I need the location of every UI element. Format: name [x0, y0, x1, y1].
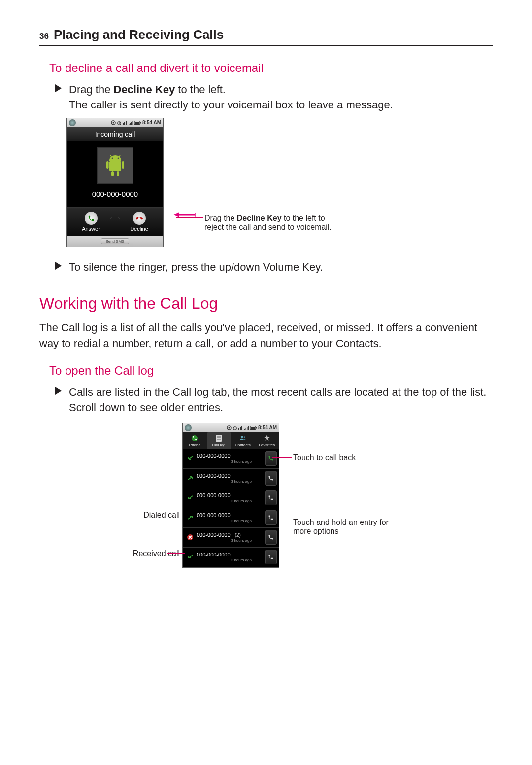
bullet-text-continuation: The caller is sent directly to your voic… — [69, 99, 393, 111]
call-back-button[interactable] — [265, 471, 277, 486]
bullet-triangle-icon — [55, 84, 62, 92]
android-icon — [104, 153, 126, 178]
phone-icon — [268, 554, 274, 560]
svg-rect-11 — [135, 122, 139, 124]
callout-text: reject the call and send to voicemail. — [204, 223, 332, 231]
log-number: 000-000-0000 — [197, 552, 231, 557]
log-number: 000-000-0000 — [197, 473, 231, 479]
tab-contacts[interactable]: Contacts — [231, 432, 255, 449]
battery-icon — [250, 425, 257, 430]
log-number: 000-000-0000 — [197, 532, 231, 538]
caller-avatar — [97, 147, 133, 184]
bullet-text-part2: to the left. — [175, 83, 226, 96]
incoming-call-banner: Incoming call — [67, 127, 163, 141]
call-log-entry[interactable]: 000-000-00003 hours ago — [183, 469, 279, 488]
alarm-icon — [233, 425, 237, 430]
status-time: 8:54 AM — [258, 425, 277, 430]
svg-rect-31 — [244, 429, 245, 430]
phone-icon — [268, 534, 274, 540]
call-type-icon — [186, 554, 195, 560]
svg-rect-4 — [124, 122, 125, 125]
contacts-icon — [239, 434, 247, 442]
call-back-button[interactable] — [265, 490, 277, 505]
callout-leader — [158, 515, 185, 515]
page-title: Placing and Receiving Calls — [54, 27, 224, 42]
answer-label: Answer — [82, 226, 100, 232]
call-log-entry[interactable]: 000-000-00003 hours ago — [183, 548, 279, 567]
subheading-decline-call: To decline a call and divert it to voice… — [49, 61, 493, 75]
decline-button[interactable]: Decline ‹ — [115, 208, 163, 236]
svg-point-43 — [241, 436, 243, 438]
gps-icon — [111, 120, 116, 125]
svg-rect-34 — [248, 426, 249, 430]
call-type-icon — [186, 495, 195, 501]
tab-favorites[interactable]: Favorites — [255, 432, 279, 449]
tab-call-log[interactable]: Call log — [207, 432, 231, 449]
phone-call-log: 8:54 AM Phone Call log Contacts — [182, 423, 279, 568]
svg-rect-6 — [129, 124, 130, 125]
gps-icon — [227, 425, 232, 430]
phone-icon — [268, 475, 274, 481]
callout-text: to the left to — [282, 214, 325, 222]
svg-point-1 — [113, 122, 114, 123]
call-log-entry[interactable]: 000-000-00003 hours ago — [183, 508, 279, 528]
status-bar: 8:54 AM — [183, 423, 279, 432]
tab-bar: Phone Call log Contacts Favorites — [183, 432, 279, 449]
callout-leader — [167, 553, 185, 554]
svg-rect-7 — [130, 123, 131, 125]
svg-marker-24 — [174, 212, 179, 217]
svg-point-26 — [229, 427, 230, 428]
svg-point-44 — [244, 436, 245, 438]
call-back-button[interactable] — [265, 510, 277, 525]
svg-rect-12 — [140, 122, 141, 123]
svg-rect-39 — [216, 435, 222, 442]
svg-rect-8 — [131, 122, 132, 125]
call-type-icon — [186, 515, 195, 521]
call-back-button[interactable] — [265, 451, 277, 466]
chevron-left-icon: ‹ — [118, 215, 120, 220]
call-type-icon — [186, 475, 195, 481]
tab-label: Favorites — [259, 443, 275, 447]
log-time: 3 hours ago — [197, 499, 265, 503]
log-number: 000-000-0000 — [197, 492, 231, 498]
send-sms-bar[interactable]: Send SMS — [67, 236, 163, 247]
bullet-triangle-icon — [55, 387, 62, 395]
call-type-icon — [186, 455, 195, 461]
answer-key-icon — [85, 212, 98, 225]
battery-icon — [134, 120, 141, 125]
subheading-open-call-log: To open the Call log — [49, 364, 493, 378]
callout-text-bold: Decline Key — [237, 214, 282, 222]
bullet-silence-ringer: To silence the ringer, press the up/down… — [69, 260, 493, 275]
signal-bars-icon — [244, 425, 249, 430]
star-icon — [263, 434, 271, 442]
svg-rect-29 — [240, 427, 241, 430]
call-back-button[interactable] — [265, 530, 277, 545]
tab-phone[interactable]: Phone — [183, 432, 207, 449]
alarm-icon — [117, 120, 122, 125]
call-log-entry[interactable]: 000-000-00003 hours ago — [183, 449, 279, 469]
svg-rect-9 — [133, 121, 133, 125]
call-log-entry[interactable]: 000-000-00003 hours ago — [183, 488, 279, 508]
bullet-text: To silence the ringer, press the up/down… — [69, 261, 323, 273]
call-log-list[interactable]: 000-000-00003 hours ago000-000-00003 hou… — [183, 449, 279, 567]
answer-button[interactable]: Answer › — [67, 208, 115, 236]
log-time: 3 hours ago — [197, 558, 265, 562]
bullet-text-bold: Decline Key — [114, 83, 175, 96]
svg-rect-20 — [111, 171, 114, 176]
bullet-call-log-tab: Calls are listed in the Call log tab, th… — [69, 385, 493, 416]
callout-touch-hold: Touch and hold an entry for more options — [293, 518, 389, 536]
callout-leader — [176, 217, 203, 218]
call-log-figure: 8:54 AM Phone Call log Contacts — [39, 423, 493, 566]
incoming-call-figure: 8:54 AM Incoming call — [66, 118, 493, 247]
heading-call-log: Working with the Call Log — [39, 294, 493, 313]
log-time: 3 hours ago — [197, 479, 265, 484]
home-icon — [69, 119, 76, 126]
chevron-right-icon: › — [110, 215, 112, 220]
call-log-entry[interactable]: 000-000-0000 (2)3 hours ago — [183, 528, 279, 548]
signal-3g-icon — [238, 425, 243, 430]
call-back-button[interactable] — [265, 550, 277, 564]
list-icon — [215, 434, 222, 442]
svg-point-38 — [192, 435, 198, 441]
phone-incoming-call: 8:54 AM Incoming call — [66, 118, 164, 247]
phone-icon — [268, 455, 274, 461]
